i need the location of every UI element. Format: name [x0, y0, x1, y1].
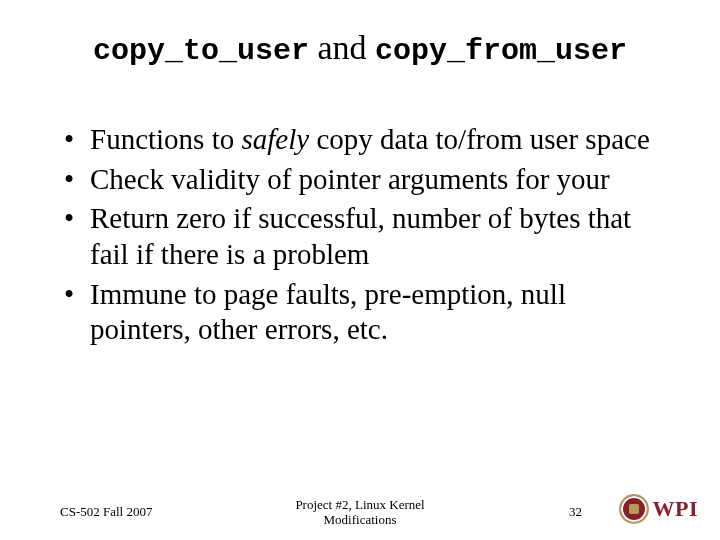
slide-body: Functions to safely copy data to/from us… — [60, 122, 670, 352]
slide-title: copy_to_user and copy_from_user — [0, 28, 720, 69]
footer-project-line2: Modifications — [324, 512, 397, 527]
footer-project-line1: Project #2, Linux Kernel — [295, 497, 424, 512]
bullet-emph: safely — [241, 123, 309, 155]
bullet-text: Return zero if successful, number of byt… — [90, 202, 631, 270]
list-item: Check validity of pointer arguments for … — [60, 162, 670, 198]
bullet-list: Functions to safely copy data to/from us… — [60, 122, 670, 348]
bullet-text: copy data to/from user space — [309, 123, 650, 155]
title-connector: and — [309, 29, 375, 66]
list-item: Immune to page faults, pre-emption, null… — [60, 277, 670, 348]
slide: copy_to_user and copy_from_user Function… — [0, 0, 720, 540]
slide-footer: CS-502 Fall 2007 Project #2, Linux Kerne… — [0, 488, 720, 528]
wpi-seal-icon — [619, 494, 649, 524]
wpi-logo-text: WPI — [653, 496, 699, 522]
wpi-logo: WPI — [619, 494, 699, 524]
bullet-text: Immune to page faults, pre-emption, null… — [90, 278, 566, 346]
footer-page-number: 32 — [569, 504, 582, 520]
title-code-2: copy_from_user — [375, 34, 627, 68]
bullet-text: Check validity of pointer arguments for … — [90, 163, 610, 195]
bullet-text: Functions to — [90, 123, 241, 155]
footer-project: Project #2, Linux Kernel Modifications — [0, 497, 720, 528]
list-item: Functions to safely copy data to/from us… — [60, 122, 670, 158]
title-code-1: copy_to_user — [93, 34, 309, 68]
list-item: Return zero if successful, number of byt… — [60, 201, 670, 272]
